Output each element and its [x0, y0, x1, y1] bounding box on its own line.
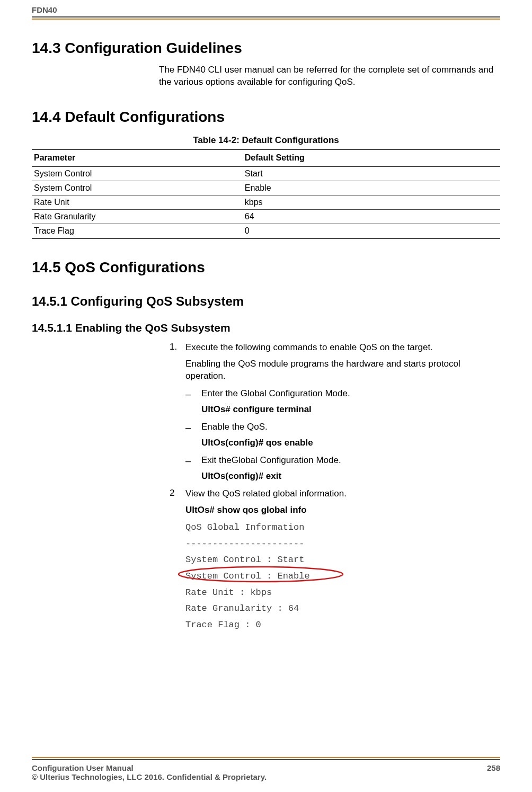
substep-text: Exit theGlobal Configuration Mode.	[201, 455, 500, 467]
footer-copyright: © Ulterius Technologies, LLC 2016. Confi…	[32, 772, 500, 781]
page-container: FDN40 14.3 Configuration Guidelines The …	[0, 0, 532, 792]
table-row: Trace Flag 0	[32, 224, 500, 238]
table-default-configurations: Parameter Default Setting System Control…	[32, 149, 500, 239]
cli-command: UltOs# show qos global info	[185, 504, 500, 517]
cell-value: 0	[243, 224, 500, 238]
text-14-3-intro: The FDN40 CLI user manual can be referre…	[159, 64, 500, 88]
step-2: 2 View the QoS related global informatio…	[170, 488, 500, 633]
cell-parameter: System Control	[32, 166, 243, 181]
substep-bullet: – Enter the Global Configuration Mode.	[185, 388, 500, 401]
heading-14-3: 14.3 Configuration Guidelines	[32, 40, 500, 57]
heading-14-4: 14.4 Default Configurations	[32, 109, 500, 126]
page-footer: Configuration User Manual 258 © Ulterius…	[32, 757, 500, 781]
cli-output-line: ----------------------	[185, 536, 500, 553]
cli-output-line: Rate Unit : kbps	[185, 585, 500, 601]
table-header-row: Parameter Default Setting	[32, 149, 500, 166]
step-2-line: View the QoS related global information.	[185, 488, 500, 500]
substep-bullet: – Enable the QoS.	[185, 421, 500, 434]
table-caption-14-2: Table 14-2: Default Configurations	[32, 135, 500, 146]
step-1-line: Execute the following commands to enable…	[185, 342, 500, 354]
cli-output-line: Rate Granularity : 64	[185, 601, 500, 617]
step-number: 1.	[170, 342, 185, 483]
table-row: System Control Start	[32, 166, 500, 181]
procedure-body: 1. Execute the following commands to ena…	[170, 342, 500, 634]
header-rule-dark	[32, 16, 500, 17]
cell-value: Enable	[243, 181, 500, 195]
table-row: Rate Granularity 64	[32, 209, 500, 224]
highlighted-output-line: System Control : Enable	[185, 568, 310, 585]
table-row: System Control Enable	[32, 181, 500, 195]
footer-page-number: 258	[487, 763, 500, 772]
step-number: 2	[170, 488, 185, 633]
step-1-desc: Enabling the QoS module programs the har…	[185, 358, 500, 382]
cell-value: 64	[243, 209, 500, 224]
footer-rule-dark	[32, 759, 500, 760]
substep-text: Enable the QoS.	[201, 421, 500, 434]
cli-output-line: Trace Flag : 0	[185, 617, 500, 634]
substep-bullet: – Exit theGlobal Configuration Mode.	[185, 455, 500, 467]
cli-output-line: System Control : Start	[185, 552, 500, 568]
cli-command: UltOs# configure terminal	[201, 404, 500, 416]
substep-text: Enter the Global Configuration Mode.	[201, 388, 500, 401]
cell-parameter: Trace Flag	[32, 224, 243, 238]
step-text: View the QoS related global information.…	[185, 488, 500, 633]
heading-14-5-1: 14.5.1 Configuring QoS Subsystem	[32, 294, 500, 309]
cli-output-line: System Control : Enable	[185, 571, 310, 581]
cli-command: UltOs(config)# qos enable	[201, 437, 500, 449]
cli-command: UltOs(config)# exit	[201, 470, 500, 483]
table-row: Rate Unit kbps	[32, 195, 500, 209]
header-rule-accent	[32, 19, 500, 20]
column-header-default-setting: Default Setting	[243, 149, 500, 166]
dash-icon: –	[185, 455, 201, 467]
heading-14-5-1-1: 14.5.1.1 Enabling the QoS Subsystem	[32, 322, 500, 334]
cell-value: Start	[243, 166, 500, 181]
heading-14-5: 14.5 QoS Configurations	[32, 259, 500, 276]
footer-rule-accent	[32, 757, 500, 758]
step-text: Execute the following commands to enable…	[185, 342, 500, 483]
cli-output-line: QoS Global Information	[185, 520, 500, 536]
cell-parameter: Rate Granularity	[32, 209, 243, 224]
footer-manual-title: Configuration User Manual	[32, 763, 134, 772]
dash-icon: –	[185, 421, 201, 434]
cell-value: kbps	[243, 195, 500, 209]
header-product-label: FDN40	[32, 5, 500, 14]
cell-parameter: System Control	[32, 181, 243, 195]
cli-output-block: QoS Global Information -----------------…	[185, 520, 500, 633]
column-header-parameter: Parameter	[32, 149, 243, 166]
dash-icon: –	[185, 388, 201, 401]
step-1: 1. Execute the following commands to ena…	[170, 342, 500, 483]
cell-parameter: Rate Unit	[32, 195, 243, 209]
